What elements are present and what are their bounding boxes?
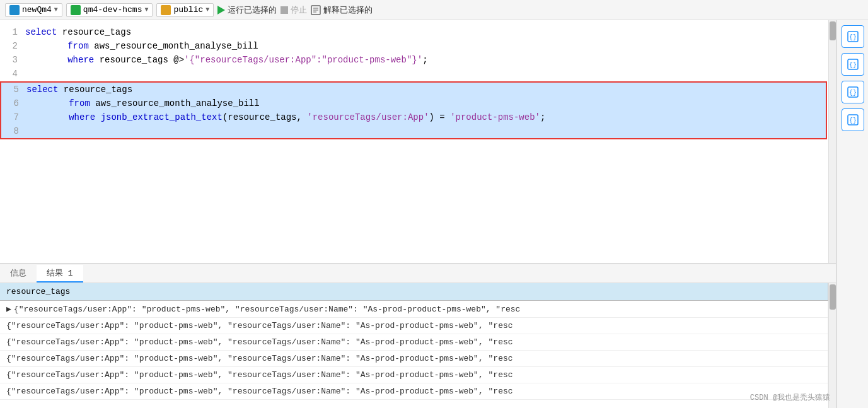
run-button[interactable]: 运行已选择的 — [217, 4, 277, 16]
code-line-8: 8 — [1, 124, 826, 138]
table-row[interactable]: {"resourceTags/user:App": "product-pms-w… — [0, 351, 828, 367]
results-area[interactable]: resource_tags ▶{"resourceTags/user:App":… — [0, 283, 828, 408]
schema-label: public — [173, 5, 203, 15]
db-selector[interactable]: newQm4 ▼ — [5, 3, 62, 17]
code-line-4: 4 — [0, 67, 828, 81]
db-dropdown-arrow: ▼ — [54, 6, 58, 13]
svg-text:{}: {} — [848, 62, 856, 69]
line-content-5: select resource_tags — [26, 83, 826, 96]
sidebar-icon-1: {} — [847, 30, 859, 43]
row-arrow: ▶ — [6, 305, 11, 314]
tab-result-1[interactable]: 结果 1 — [37, 265, 83, 283]
line-num-1: 1 — [0, 25, 25, 39]
line-content-2: from aws_resource_month_analyse_bill — [25, 39, 828, 53]
code-line-5: 5 select resource_tags — [1, 83, 826, 96]
bottom-tabs: 信息 结果 1 — [0, 264, 836, 283]
line-num-5: 5 — [1, 83, 26, 96]
run-label: 运行已选择的 — [228, 4, 277, 16]
table-row[interactable]: ▶{"resourceTags/user:App": "product-pms-… — [0, 301, 828, 318]
code-line-2: 2 from aws_resource_month_analyse_bill — [0, 39, 828, 53]
line-content-3: where resource_tags @>'{"resourceTags/us… — [25, 53, 828, 67]
bottom-panel: 信息 结果 1 resource_tags — [0, 263, 836, 408]
code-line-1: 1 select resource_tags — [0, 25, 828, 39]
line-content-7: where jsonb_extract_path_text(resource_t… — [26, 110, 826, 124]
results-scroll-thumb — [830, 284, 836, 310]
column-header-resource-tags: resource_tags — [0, 283, 828, 301]
code-editor[interactable]: 1 select resource_tags 2 from aws_resour… — [0, 20, 828, 263]
server-selector[interactable]: qm4-dev-hcms ▼ — [66, 3, 153, 17]
results-scrollbar[interactable] — [828, 283, 836, 408]
server-label: qm4-dev-hcms — [83, 5, 142, 15]
editor-scrollbar[interactable] — [828, 20, 836, 263]
sidebar-btn-3[interactable]: {} — [842, 81, 864, 103]
selected-block: 5 select resource_tags 6 from aws_resour… — [0, 81, 827, 139]
schema-dropdown-arrow: ▼ — [205, 6, 209, 13]
play-icon — [217, 6, 225, 15]
table-header-row: resource_tags — [0, 283, 828, 301]
line-content-6: from aws_resource_month_analyse_bill — [26, 96, 826, 110]
line-num-4: 4 — [0, 67, 25, 81]
sidebar-btn-2[interactable]: {} — [842, 53, 864, 76]
tab-info[interactable]: 信息 — [0, 265, 37, 283]
code-line-3: 3 where resource_tags @>'{"resourceTags/… — [0, 53, 828, 67]
stop-button[interactable]: 停止 — [281, 4, 307, 16]
server-dropdown-arrow: ▼ — [144, 6, 148, 13]
sidebar-btn-4[interactable]: {} — [842, 108, 864, 131]
table-row[interactable]: {"resourceTags/user:App": "product-pms-w… — [0, 334, 828, 351]
explain-button[interactable]: 解释已选择的 — [311, 4, 373, 16]
stop-icon — [281, 6, 288, 14]
table-row[interactable]: {"resourceTags/user:App": "product-pms-w… — [0, 318, 828, 334]
code-line-6: 6 from aws_resource_month_analyse_bill — [1, 96, 826, 110]
line-content-1: select resource_tags — [25, 25, 828, 39]
editor-scroll-thumb — [830, 21, 836, 40]
watermark: CSDN @我也是秃头猿猿 — [750, 392, 830, 403]
editor-area: 1 select resource_tags 2 from aws_resour… — [0, 20, 836, 408]
results-table: resource_tags ▶{"resourceTags/user:App":… — [0, 283, 828, 400]
db-label: newQm4 — [22, 5, 52, 15]
toolbar: newQm4 ▼ qm4-dev-hcms ▼ public ▼ 运行已选择的 … — [0, 0, 868, 20]
line-num-2: 2 — [0, 39, 25, 53]
sidebar-icon-4: {} — [847, 114, 859, 126]
stop-label: 停止 — [291, 4, 307, 16]
table-row[interactable]: {"resourceTags/user:App": "product-pms-w… — [0, 367, 828, 383]
sidebar-icon-3: {} — [847, 86, 859, 98]
line-num-7: 7 — [1, 110, 26, 124]
right-sidebar: {} {} {} {} — [836, 20, 868, 408]
sidebar-btn-1[interactable]: {} — [842, 25, 864, 48]
sidebar-icon-2: {} — [847, 58, 859, 71]
explain-label: 解释已选择的 — [323, 4, 373, 16]
line-num-3: 3 — [0, 53, 25, 67]
table-row[interactable]: {"resourceTags/user:App": "product-pms-w… — [0, 383, 828, 400]
editor-with-scroll: 1 select resource_tags 2 from aws_resour… — [0, 20, 836, 263]
svg-text:{}: {} — [848, 34, 856, 41]
code-line-empty-1 — [0, 140, 828, 154]
main-content: 1 select resource_tags 2 from aws_resour… — [0, 20, 868, 408]
line-num-6: 6 — [1, 96, 26, 110]
results-with-scroll: resource_tags ▶{"resourceTags/user:App":… — [0, 283, 836, 408]
svg-text:{}: {} — [848, 117, 856, 124]
line-num-8: 8 — [1, 124, 26, 138]
schema-selector[interactable]: public ▼ — [156, 3, 214, 17]
explain-icon — [311, 5, 321, 15]
svg-text:{}: {} — [848, 90, 856, 96]
code-line-7: 7 where jsonb_extract_path_text(resource… — [1, 110, 826, 124]
